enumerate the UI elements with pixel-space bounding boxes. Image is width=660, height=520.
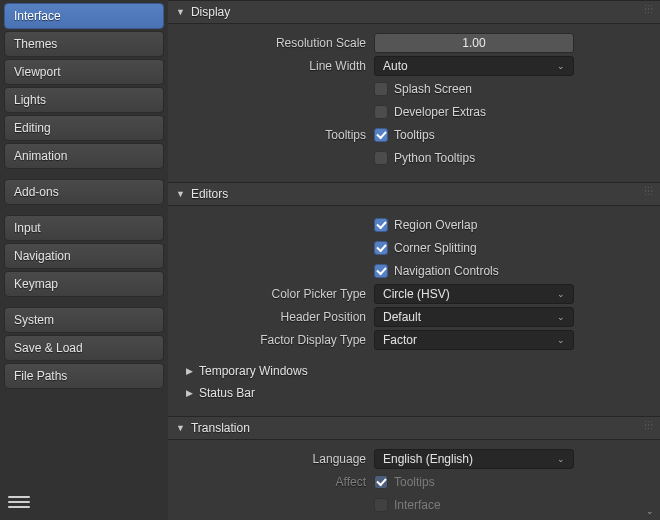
disclosure-right-icon: ▶	[186, 366, 193, 376]
scroll-down-icon[interactable]: ⌄	[646, 506, 654, 516]
language-value: English (English)	[383, 452, 473, 466]
sidebar-item-interface[interactable]: Interface	[4, 3, 164, 29]
disclosure-down-icon: ▼	[176, 423, 185, 433]
corner-splitting-checkbox[interactable]	[374, 241, 388, 255]
python-tooltips-checkbox[interactable]	[374, 151, 388, 165]
panel-drag-grip-icon[interactable]: ::::::	[644, 5, 654, 13]
sidebar-item-system[interactable]: System	[4, 307, 164, 333]
factor-display-select[interactable]: Factor⌄	[374, 330, 574, 350]
panel-title: Editors	[191, 187, 228, 201]
panel-body-display: Resolution Scale 1.00 Line Width Auto⌄ S…	[168, 24, 660, 182]
resolution-scale-field[interactable]: 1.00	[374, 33, 574, 53]
header-position-select[interactable]: Default⌄	[374, 307, 574, 327]
language-label: Language	[178, 452, 374, 466]
panel-header-translation[interactable]: ▼ Translation ::::::	[168, 416, 660, 440]
splash-screen-checkbox[interactable]	[374, 82, 388, 96]
affect-interface-label: Interface	[394, 498, 441, 512]
panel-body-translation: Language English (English)⌄ Affect Toolt…	[168, 440, 660, 520]
sidebar-item-animation[interactable]: Animation	[4, 143, 164, 169]
disclosure-down-icon: ▼	[176, 7, 185, 17]
color-picker-select[interactable]: Circle (HSV)⌄	[374, 284, 574, 304]
subpanel-temporary-windows[interactable]: ▶ Temporary Windows	[178, 360, 650, 382]
sidebar-item-input[interactable]: Input	[4, 215, 164, 241]
color-picker-value: Circle (HSV)	[383, 287, 450, 301]
factor-display-value: Factor	[383, 333, 417, 347]
sidebar-item-file-paths[interactable]: File Paths	[4, 363, 164, 389]
language-select[interactable]: English (English)⌄	[374, 449, 574, 469]
panel-title: Display	[191, 5, 230, 19]
panel-drag-grip-icon[interactable]: ::::::	[644, 187, 654, 195]
panel-header-display[interactable]: ▼ Display ::::::	[168, 0, 660, 24]
sidebar-item-viewport[interactable]: Viewport	[4, 59, 164, 85]
affect-tooltips-label: Tooltips	[394, 475, 435, 489]
splash-screen-label: Splash Screen	[394, 82, 472, 96]
subpanel-title: Status Bar	[199, 386, 255, 400]
preferences-main: ▼ Display :::::: Resolution Scale 1.00 L…	[168, 0, 660, 520]
disclosure-down-icon: ▼	[176, 189, 185, 199]
developer-extras-checkbox[interactable]	[374, 105, 388, 119]
affect-tooltips-checkbox	[374, 475, 388, 489]
panel-body-editors: Region Overlap Corner Splitting Navigati…	[168, 206, 660, 416]
python-tooltips-label: Python Tooltips	[394, 151, 475, 165]
affect-interface-checkbox	[374, 498, 388, 512]
color-picker-label: Color Picker Type	[178, 287, 374, 301]
corner-splitting-label: Corner Splitting	[394, 241, 477, 255]
chevron-down-icon: ⌄	[557, 61, 565, 71]
line-width-label: Line Width	[178, 59, 374, 73]
navigation-controls-checkbox[interactable]	[374, 264, 388, 278]
navigation-controls-label: Navigation Controls	[394, 264, 499, 278]
developer-extras-label: Developer Extras	[394, 105, 486, 119]
hamburger-icon[interactable]	[8, 491, 30, 513]
header-position-label: Header Position	[178, 310, 374, 324]
region-overlap-label: Region Overlap	[394, 218, 477, 232]
chevron-down-icon: ⌄	[557, 454, 565, 464]
factor-display-label: Factor Display Type	[178, 333, 374, 347]
sidebar-item-save-load[interactable]: Save & Load	[4, 335, 164, 361]
preferences-sidebar: Interface Themes Viewport Lights Editing…	[0, 0, 168, 520]
panel-title: Translation	[191, 421, 250, 435]
panel-drag-grip-icon[interactable]: ::::::	[644, 421, 654, 429]
panel-header-editors[interactable]: ▼ Editors ::::::	[168, 182, 660, 206]
sidebar-item-editing[interactable]: Editing	[4, 115, 164, 141]
affect-label: Affect	[178, 475, 374, 489]
line-width-value: Auto	[383, 59, 408, 73]
sidebar-item-navigation[interactable]: Navigation	[4, 243, 164, 269]
subpanel-title: Temporary Windows	[199, 364, 308, 378]
tooltips-row-label: Tooltips	[178, 128, 374, 142]
line-width-select[interactable]: Auto⌄	[374, 56, 574, 76]
chevron-down-icon: ⌄	[557, 312, 565, 322]
tooltips-label: Tooltips	[394, 128, 435, 142]
resolution-scale-label: Resolution Scale	[178, 36, 374, 50]
disclosure-right-icon: ▶	[186, 388, 193, 398]
subpanel-status-bar[interactable]: ▶ Status Bar	[178, 382, 650, 404]
chevron-down-icon: ⌄	[557, 289, 565, 299]
chevron-down-icon: ⌄	[557, 335, 565, 345]
sidebar-item-lights[interactable]: Lights	[4, 87, 164, 113]
sidebar-item-addons[interactable]: Add-ons	[4, 179, 164, 205]
sidebar-item-themes[interactable]: Themes	[4, 31, 164, 57]
tooltips-checkbox[interactable]	[374, 128, 388, 142]
region-overlap-checkbox[interactable]	[374, 218, 388, 232]
sidebar-item-keymap[interactable]: Keymap	[4, 271, 164, 297]
header-position-value: Default	[383, 310, 421, 324]
